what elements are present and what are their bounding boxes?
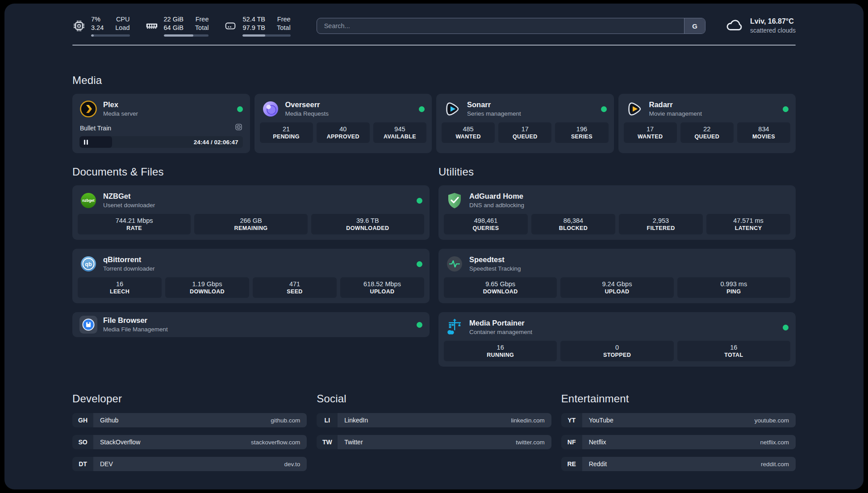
cpu-progress-track <box>91 34 130 37</box>
app-title: Radarr <box>649 100 702 110</box>
bookmarks-entertainment: Entertainment YT YouTubeyoutube.com NF N… <box>561 393 796 479</box>
now-playing-media-icon <box>235 123 242 133</box>
sonarr-icon <box>443 100 461 118</box>
ram-total-label: Total <box>195 24 209 32</box>
status-dot-online <box>417 261 422 267</box>
stat-leech: 16LEECH <box>78 277 162 298</box>
app-subtitle: Media server <box>103 110 138 118</box>
bookmark-youtube[interactable]: YT YouTubeyoutube.com <box>561 413 796 427</box>
section-title-social: Social <box>317 393 551 405</box>
bookmark-abbr: DT <box>72 457 93 471</box>
bookmark-netflix[interactable]: NF Netflixnetflix.com <box>561 435 796 449</box>
app-card-nzbget[interactable]: nzbget NZBGet Usenet downloader 744.21 M… <box>72 185 430 240</box>
bookmark-abbr: TW <box>317 435 338 449</box>
bookmark-abbr: GH <box>72 413 93 427</box>
stat-filtered: 2,953FILTERED <box>619 214 703 234</box>
ram-free-label: Free <box>195 15 209 24</box>
bookmark-abbr: NF <box>561 435 582 449</box>
status-dot-online <box>601 106 607 112</box>
stat-queries: 498,461QUERIES <box>444 214 528 234</box>
disk-total-label: Total <box>277 24 291 32</box>
nzbget-icon: nzbget <box>79 192 97 209</box>
stat-seed: 471SEED <box>253 277 337 298</box>
stat-pending: 21PENDING <box>260 122 313 143</box>
search-engine-button[interactable]: G <box>684 18 705 33</box>
app-card-sonarr[interactable]: Sonarr Series management 485WANTED 17QUE… <box>436 94 614 153</box>
app-card-adguard[interactable]: AdGuard Home DNS and adblocking 498,461Q… <box>438 185 796 240</box>
bookmark-abbr: LI <box>317 413 338 427</box>
app-title: qBittorrent <box>103 255 155 265</box>
search-input[interactable] <box>317 18 684 33</box>
stat-series: 196SERIES <box>555 122 608 143</box>
status-dot-online <box>417 322 422 328</box>
app-card-overseerr[interactable]: Overseerr Media Requests 21PENDING 40APP… <box>255 94 432 153</box>
app-card-filebrowser[interactable]: File Browser Media File Management <box>72 312 430 337</box>
section-title-utilities: Utilities <box>438 166 796 178</box>
bookmark-twitter[interactable]: TW Twittertwitter.com <box>317 435 551 449</box>
app-subtitle: Container management <box>469 328 532 336</box>
app-card-radarr[interactable]: Radarr Movie management 17WANTED 22QUEUE… <box>618 94 796 153</box>
cpu-metric: 7%3.24 CPULoad <box>72 15 130 37</box>
load-label: Load <box>115 24 129 32</box>
app-subtitle: Series management <box>467 110 521 118</box>
bookmark-url: stackoverflow.com <box>251 439 300 446</box>
app-title: File Browser <box>103 316 168 326</box>
ram-metric: 22 GiB64 GiB FreeTotal <box>145 15 209 37</box>
app-title: Overseerr <box>285 100 329 110</box>
status-dot-online <box>417 198 422 204</box>
app-title: Sonarr <box>467 100 521 110</box>
stat-wanted: 17WANTED <box>624 122 677 143</box>
playback-time: 24:44 / 02:06:47 <box>194 136 238 148</box>
filebrowser-icon <box>79 316 97 334</box>
stat-approved: 40APPROVED <box>317 122 370 143</box>
bookmark-name: Github <box>100 417 118 424</box>
bookmark-stackoverflow[interactable]: SO StackOverflowstackoverflow.com <box>72 435 307 449</box>
app-card-qbittorrent[interactable]: qb qBittorrent Torrent downloader 16LEEC… <box>72 249 430 303</box>
weather-condition: scattered clouds <box>750 26 796 35</box>
bookmark-reddit[interactable]: RE Redditreddit.com <box>561 457 796 471</box>
app-title: NZBGet <box>103 192 155 201</box>
bookmark-url: netflix.com <box>760 439 789 446</box>
app-subtitle: Media Requests <box>285 110 329 118</box>
radarr-icon <box>626 100 643 118</box>
bookmark-url: twitter.com <box>516 439 545 446</box>
disk-progress-fill <box>242 34 265 37</box>
ram-free-value: 22 GiB <box>164 15 184 24</box>
disk-free-value: 52.4 TB <box>242 15 265 24</box>
bookmark-dev[interactable]: DT DEVdev.to <box>72 457 307 471</box>
app-subtitle: Speedtest Tracking <box>469 265 521 273</box>
bookmark-name: DEV <box>100 460 113 468</box>
weather-widget: Lviv, 16.87°C scattered clouds <box>725 17 796 35</box>
status-dot-online <box>783 106 789 112</box>
plex-icon <box>79 100 97 118</box>
cpu-usage-value: 7% <box>91 15 104 24</box>
pause-button[interactable] <box>84 140 88 145</box>
bookmark-abbr: YT <box>561 413 582 427</box>
app-subtitle: Usenet downloader <box>103 201 155 209</box>
section-title-media: Media <box>72 74 796 87</box>
status-dot-online <box>419 106 425 112</box>
app-card-speedtest[interactable]: Speedtest Speedtest Tracking 9.65 GbpsDO… <box>438 249 796 303</box>
disk-free-label: Free <box>277 15 291 24</box>
overseerr-icon <box>262 100 280 118</box>
stat-queued: 22QUEUED <box>680 122 734 143</box>
stat-download: 1.19 GbpsDOWNLOAD <box>165 277 249 298</box>
section-title-documents: Documents & Files <box>72 166 430 178</box>
bookmarks-social: Social LI LinkedInlinkedin.com TW Twitte… <box>317 393 551 479</box>
bookmarks-developer: Developer GH Githubgithub.com SO StackOv… <box>72 393 307 479</box>
stat-available: 945AVAILABLE <box>373 122 426 143</box>
now-playing-title: Bullet Train <box>80 125 111 132</box>
cloud-icon <box>725 17 744 35</box>
stat-upload: 618.52 MbpsUPLOAD <box>340 277 424 298</box>
bookmark-name: Netflix <box>589 439 606 446</box>
app-subtitle: DNS and adblocking <box>469 201 524 209</box>
bookmark-name: LinkedIn <box>344 417 368 424</box>
bookmark-linkedin[interactable]: LI LinkedInlinkedin.com <box>317 413 551 427</box>
bookmark-github[interactable]: GH Githubgithub.com <box>72 413 307 427</box>
weather-location: Lviv, 16.87°C <box>750 17 796 26</box>
media-section: Media Plex Media server Bullet Train <box>72 74 796 153</box>
cpu-load-value: 3.24 <box>91 24 104 32</box>
app-card-portainer[interactable]: Media Portainer Container management 16R… <box>438 312 796 367</box>
disk-progress-track <box>242 34 290 37</box>
app-card-plex[interactable]: Plex Media server Bullet Train <box>72 94 250 153</box>
